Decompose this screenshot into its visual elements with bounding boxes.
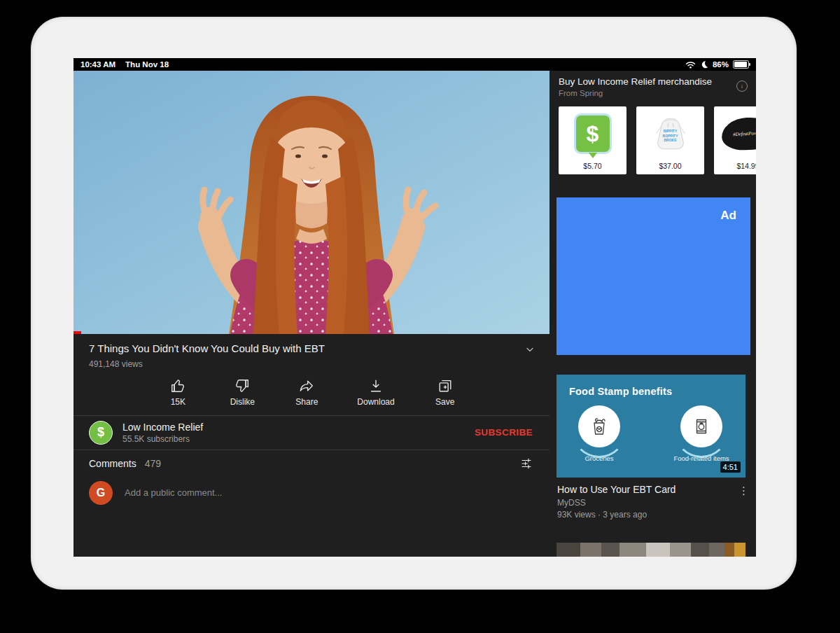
save-to-playlist-icon <box>438 378 453 394</box>
merch-item-sticker[interactable]: $ $5.70 <box>559 106 626 174</box>
like-button[interactable]: 15K <box>164 378 192 407</box>
channel-avatar[interactable]: $ <box>89 421 113 445</box>
thumb-down-icon <box>234 378 250 394</box>
merch-item-fanny-pack[interactable]: #DefeatPoverty $14.99 <box>714 106 756 174</box>
share-button[interactable]: Share <box>293 378 321 407</box>
dislike-button[interactable]: Dislike <box>228 378 256 407</box>
merch-price: $37.00 <box>659 158 681 174</box>
save-button[interactable]: Save <box>431 378 459 407</box>
user-avatar-letter: G <box>97 487 105 499</box>
suggested-title: How to Use Your EBT Card <box>557 484 736 495</box>
fanny-pack-text: #DefeatPoverty <box>732 130 756 137</box>
info-icon[interactable]: i <box>736 81 748 92</box>
share-icon <box>299 378 314 394</box>
download-icon <box>368 378 384 394</box>
comments-title: Comments <box>89 458 136 469</box>
channel-row[interactable]: $ Low Income Relief 55.5K subscribers SU… <box>74 416 550 450</box>
thumbnail-label: Food-related items <box>671 454 732 462</box>
dollar-sticker-art: $ <box>574 113 612 154</box>
like-count: 15K <box>171 397 186 407</box>
suggestions-rail: Buy Low Income Relief merchandise From S… <box>553 71 756 557</box>
action-bar: 15K Dislike Share <box>74 369 550 415</box>
food-items-circle <box>680 405 722 447</box>
chevron-down-icon[interactable] <box>524 344 536 355</box>
thumbnail-label: Groceries <box>569 454 629 462</box>
user-avatar[interactable]: G <box>89 481 113 505</box>
merch-title: Buy Low Income Relief merchandise <box>559 76 712 88</box>
merch-carousel: $ $5.70 BIPPITY BOPPITY BROKE <box>559 106 756 174</box>
status-date: Thu Nov 18 <box>125 60 169 69</box>
status-bar: 10:43 AM Thu Nov 18 86% <box>74 58 756 71</box>
comments-sort-button[interactable] <box>520 457 533 470</box>
merch-price: $5.70 <box>583 158 601 174</box>
suggested-channel: MyDSS <box>557 498 736 508</box>
fanny-pack-art: #DefeatPoverty <box>720 116 756 151</box>
comments-count: 479 <box>145 458 161 469</box>
watch-column: 7 Things You Didn't Know You Could Buy w… <box>74 71 550 557</box>
subscribe-button[interactable]: SUBSCRIBE <box>475 427 533 438</box>
battery-percent: 86% <box>713 60 729 69</box>
share-label: Share <box>295 397 318 407</box>
thumb-up-icon <box>170 378 186 394</box>
hoodie-text: BIPPITY BOPPITY BROKE <box>659 129 682 143</box>
video-title: 7 Things You Didn't Know You Could Buy w… <box>89 342 516 356</box>
sort-filter-icon <box>520 457 533 470</box>
duration-badge: 4:51 <box>720 461 741 473</box>
suggested-meta: 93K views · 3 years ago <box>557 510 736 520</box>
groceries-circle <box>578 405 620 447</box>
download-button[interactable]: Download <box>357 378 394 407</box>
suggested-video-info[interactable]: How to Use Your EBT Card MyDSS 93K views… <box>553 478 756 520</box>
channel-name: Low Income Relief <box>122 422 203 433</box>
food-box-icon <box>690 415 713 438</box>
save-label: Save <box>435 397 454 407</box>
merch-subtitle: From Spring <box>559 89 712 97</box>
video-player[interactable] <box>74 71 550 334</box>
subscriber-count: 55.5K subscribers <box>122 434 203 444</box>
thumbnail-title: Food Stamp benefits <box>569 386 672 397</box>
grocery-bag-icon <box>587 415 611 438</box>
status-time: 10:43 AM <box>80 60 115 69</box>
suggested-video-thumbnail[interactable]: Food Stamp benefits Groceries <box>556 375 746 478</box>
ad-badge: Ad <box>720 209 736 223</box>
merch-price: $14.99 <box>736 158 756 174</box>
add-comment-row[interactable]: G Add a public comment... <box>74 474 550 513</box>
channel-avatar-symbol: $ <box>97 425 104 440</box>
merch-item-hoodie[interactable]: BIPPITY BOPPITY BROKE $37.00 <box>636 106 704 174</box>
wifi-icon <box>685 61 696 69</box>
download-label: Download <box>357 397 394 407</box>
partial-thumbnail-strip[interactable] <box>556 543 746 557</box>
merch-section: Buy Low Income Relief merchandise From S… <box>553 71 756 174</box>
view-count: 491,148 views <box>74 356 550 369</box>
dislike-label: Dislike <box>230 397 255 407</box>
ad-banner[interactable]: Ad <box>556 197 750 355</box>
video-progress-bar[interactable] <box>74 331 81 334</box>
do-not-disturb-moon-icon <box>700 60 708 69</box>
battery-icon <box>733 60 749 69</box>
comment-input[interactable]: Add a public comment... <box>125 487 533 498</box>
youtube-app-screen: 10:43 AM Thu Nov 18 86% <box>74 58 756 557</box>
video-frame-illustration <box>74 71 550 334</box>
comments-header[interactable]: Comments 479 <box>74 450 550 474</box>
kebab-menu-icon[interactable]: ⋮ <box>736 484 752 520</box>
dollar-symbol: $ <box>587 121 599 147</box>
